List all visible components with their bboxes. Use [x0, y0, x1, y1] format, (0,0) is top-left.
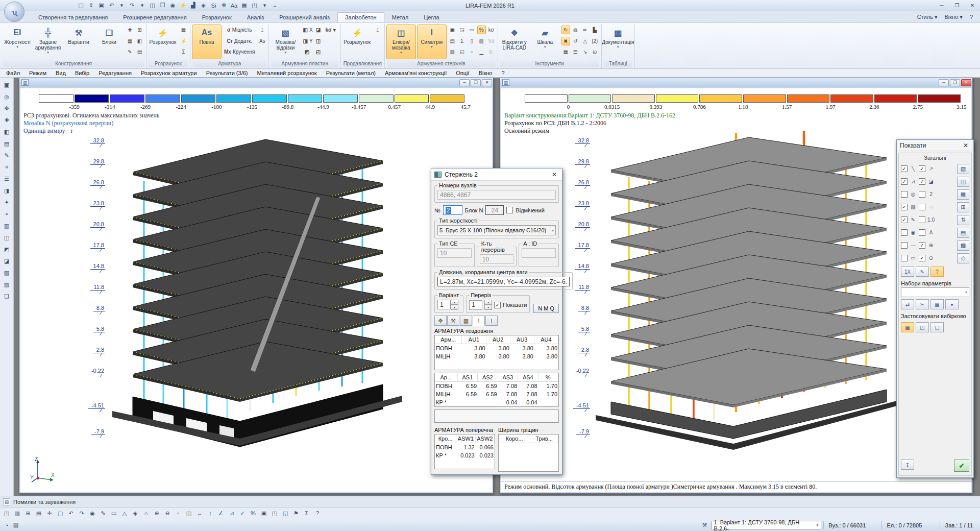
ribbon-tab[interactable]: Створення та редагування [31, 12, 115, 22]
ribbon-small-icon[interactable]: ◲ [458, 26, 467, 34]
ribbon-tab[interactable]: Цегла [416, 12, 447, 22]
bottom-toolbar-icon[interactable]: ◰ [270, 509, 280, 518]
bottom-toolbar-icon[interactable]: ▣ [259, 509, 269, 518]
full-reinforcement-button[interactable]: As Повна [192, 25, 222, 59]
punching-calc-button[interactable]: ⚡ Розрахунок [342, 25, 372, 59]
variant-down-icon[interactable]: ▼ [451, 305, 458, 310]
left-toolbar-icon[interactable]: ◫ [2, 232, 12, 243]
table-icon[interactable]: ▦ [240, 1, 249, 10]
dialog-tab-icon[interactable]: ⚒ [447, 316, 459, 326]
ribbon-small-icon[interactable]: ▤ [135, 47, 144, 56]
ribbon-tab[interactable]: Аналіз [239, 12, 272, 22]
dialog-close-icon[interactable]: ✕ [550, 171, 559, 178]
show-panel-button[interactable]: ▦ [930, 299, 944, 309]
bottom-toolbar-icon[interactable]: ✓ [237, 509, 248, 518]
archive-dropdown-icon[interactable]: ▾ [260, 1, 269, 10]
left-toolbar-icon[interactable]: ☰ [2, 174, 12, 184]
show-panel-button[interactable]: 1X [901, 267, 914, 277]
ribbon-tab[interactable]: Залізобетон [337, 12, 384, 22]
menu-item[interactable]: Результати (3/6) [202, 69, 252, 77]
bottom-toolbar-icon[interactable]: ⊖ [162, 509, 173, 518]
menu-item[interactable]: Файл [2, 69, 24, 77]
ribbon-small-icon[interactable]: ⌶ [258, 26, 266, 34]
ribbon-right-menu-item[interactable]: Вікно ▾ [945, 14, 963, 20]
menu-item[interactable]: Вид [52, 69, 70, 77]
ribbon-small-icon[interactable]: As [258, 37, 266, 45]
bottom-toolbar-icon[interactable]: ⊿ [227, 509, 237, 518]
variant-input[interactable]: 1 [437, 300, 451, 309]
show-panel-button[interactable]: ◰ [916, 322, 929, 332]
menu-item[interactable]: Опції [452, 69, 473, 77]
left-toolbar-icon[interactable]: ◩ [2, 244, 12, 255]
ribbon-small-icon[interactable]: ▦ [561, 47, 570, 56]
show-option-checkbox[interactable]: ✓ [919, 178, 925, 185]
close-button[interactable]: ✕ [965, 1, 980, 11]
apply-confirm-button[interactable]: ✔ [954, 460, 969, 472]
ribbon-small-icon[interactable]: Σ [179, 47, 188, 56]
ribbon-small-icon[interactable]: ◰ [315, 47, 324, 56]
snapshot-icon[interactable]: ◉ [168, 1, 177, 10]
ribbon-small-icon[interactable]: ▥ [477, 37, 486, 45]
dialog-tab-icon[interactable]: ▦ [460, 316, 472, 326]
show-option-checkbox[interactable]: ✓ [901, 165, 908, 172]
ribbon-small-icon[interactable]: △ [581, 37, 590, 45]
ribbon-small-icon[interactable]: ▫ [468, 47, 476, 56]
left-toolbar-icon[interactable]: ▣ [2, 80, 12, 90]
show-option-button[interactable]: ◫ [957, 177, 969, 187]
left-toolbar-icon[interactable]: ⌖ [2, 209, 12, 220]
ribbon-small-icon[interactable]: {2} [591, 37, 599, 45]
left-toolbar-icon[interactable]: ❏ [2, 291, 12, 302]
more-commands-icon[interactable]: ⌄ [271, 1, 279, 10]
show-option-checkbox[interactable] [919, 191, 925, 198]
show-option-button[interactable]: ▤ [957, 228, 969, 238]
show-panel-button[interactable]: ⇄ [901, 299, 914, 309]
ribbon-tab[interactable]: Метал [384, 12, 416, 22]
ribbon-small-icon[interactable]: ◩ [302, 47, 313, 56]
element-number-input[interactable]: 2 [443, 205, 462, 215]
ribbon-small-icon[interactable]: Σ [458, 37, 467, 45]
section-input[interactable]: 1 [469, 300, 482, 310]
show-option-checkbox[interactable]: ✓ [901, 216, 908, 223]
ribbon-small-icon[interactable]: ↻ [561, 26, 570, 34]
left-model-viewport[interactable]: -359-314-269-224-180-135-89.8-44.9-0.457… [19, 87, 493, 493]
marked-checkbox[interactable] [506, 207, 513, 213]
reinforcement-calc-button[interactable]: ⚡ Розрахунок [148, 25, 178, 59]
ribbon-small-icon[interactable]: kσ [487, 26, 496, 34]
ribbon-small-icon[interactable]: ⌶ [374, 26, 382, 34]
child-minimize-button[interactable]: ─ [459, 79, 470, 86]
bottom-toolbar-icon[interactable]: ◱ [280, 509, 290, 518]
bottom-toolbar-icon[interactable]: ⊞ [23, 509, 33, 518]
bottom-toolbar-icon[interactable]: ◳ [2, 509, 12, 518]
variant-dropdown[interactable]: 1. Варіант 1: ДСТУ 3760-98, ДБН В.2.6- ▾ [712, 521, 821, 530]
show-option-checkbox[interactable]: ✓ [919, 242, 925, 249]
show-option-checkbox[interactable]: ✓ [901, 204, 908, 210]
bottom-toolbar-icon[interactable]: ↶ [66, 509, 76, 518]
menu-item[interactable]: Вікно [475, 69, 497, 77]
blocks-button[interactable]: ❏ Блоки [94, 25, 124, 59]
save-icon[interactable]: ▣ [97, 1, 106, 10]
minimize-button[interactable]: ─ [934, 1, 949, 11]
scale-settings-button[interactable]: ▰ Шкала ▾ [530, 25, 560, 59]
si-units-icon[interactable]: Si [209, 1, 218, 10]
errors-panel-bar[interactable]: ▤ Помилки та зауваження [0, 496, 980, 507]
child-close-button[interactable]: ✕ [482, 79, 492, 86]
bottom-toolbar-icon[interactable]: ⌂ [141, 509, 151, 518]
dialog-tab-icon[interactable]: I [485, 316, 498, 326]
left-toolbar-icon[interactable]: ✚ [2, 115, 12, 126]
show-panel-button[interactable]: ✂ [916, 299, 929, 309]
mosaic-segments-button[interactable]: ▧ Мозаїка/відрізки ▾ [271, 25, 300, 59]
parameter-sets-dropdown[interactable]: ▾ [901, 287, 969, 297]
variant-up-icon[interactable]: ▲ [451, 300, 458, 305]
ribbon-small-icon[interactable]: ◧X [302, 26, 313, 34]
block-number-field[interactable]: 24 [485, 205, 504, 215]
sections-count-field[interactable]: 10 [480, 254, 514, 264]
menu-item[interactable]: Армокам'яні конструкції [381, 69, 451, 77]
ribbon-small-icon[interactable]: ▁ [477, 47, 486, 56]
package-icon[interactable]: ◫ [148, 1, 157, 10]
ribbon-small-icon[interactable]: ▭ [468, 26, 476, 34]
diagrams-mosaic-button[interactable]: ◫ Епюри/мозаїка ▾ [386, 25, 416, 59]
left-toolbar-icon[interactable]: ⌗ [2, 162, 12, 173]
show-option-button[interactable]: ◇ [957, 253, 969, 263]
dialog-tab-icon[interactable]: I [473, 316, 485, 326]
dialog-titlebar[interactable]: Стержень 2 ✕ [431, 168, 562, 181]
